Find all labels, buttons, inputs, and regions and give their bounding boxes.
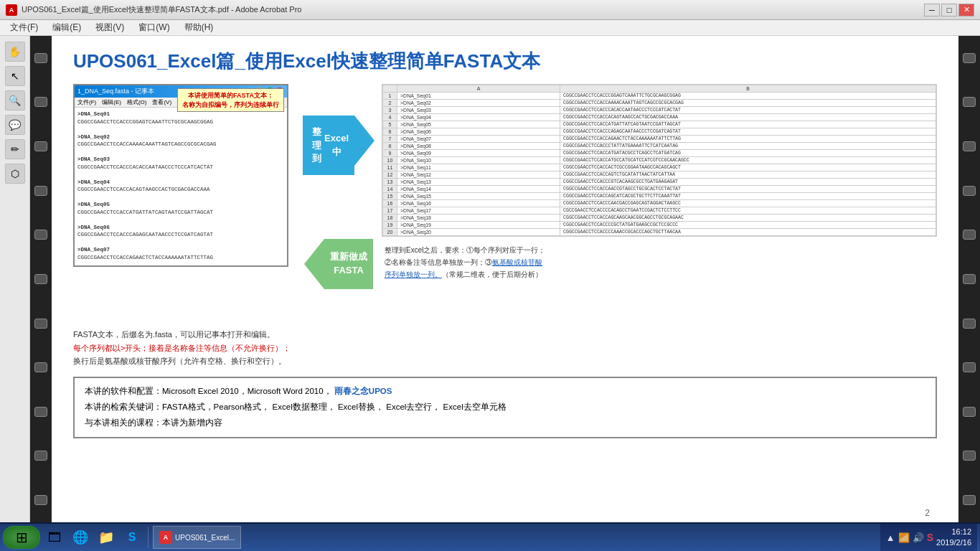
table-row: 14 >DNA_Seq14 CGGCCGAACCTCCACCAACCGTAGCC… <box>383 186 936 193</box>
minimize-button[interactable]: ─ <box>924 4 940 17</box>
tray-arrow[interactable]: ▲ <box>886 532 895 543</box>
film-hole <box>963 451 976 461</box>
middle-arrows: 整理到 Excel中 重新做成 FASTA <box>303 84 374 321</box>
seq-data-cell: CGCCGAACCTCCACCCCACAGCCTGAATCCGACTCTCCTT… <box>560 207 936 215</box>
right-desc-line1: 整理到Excel之后，要求：①每个序列对应于一行； <box>385 246 545 254</box>
taskbar-app-acrobat[interactable]: A UPOS061_Excel... <box>153 526 241 549</box>
film-hole <box>963 319 976 329</box>
taskbar-browser[interactable]: 🌐 <box>69 526 92 549</box>
desc-line3: 换行后是氨基酸或核苷酸序列（允许有空格、换行和空行）。 <box>73 357 286 365</box>
notepad-menu-view[interactable]: 查看(V) <box>152 98 171 106</box>
menu-window[interactable]: 窗口(W) <box>131 20 176 35</box>
taskbar-app-label: UPOS061_Excel... <box>175 534 235 542</box>
row-num: 19 <box>383 222 397 229</box>
system-tray: ▲ 📶 🔊 S 16:12 2019/2/16 <box>880 524 977 551</box>
film-hole <box>963 362 976 372</box>
notepad-seq: CGGCCGAACCTCCACCATGATTATCAGTAATCCGATTAGC… <box>77 209 284 217</box>
menu-file[interactable]: 文件(F) <box>3 20 45 35</box>
menu-help[interactable]: 帮助(H) <box>177 20 221 35</box>
table-row: 16 >DNA_Seq16 CGGCCGAACCTCCACCCAACGACCGA… <box>383 200 936 207</box>
desc-line2: 每个序列都以>开头；接着是名称备注等信息（不允许换行）； <box>73 344 291 352</box>
notepad-content: >DNA_Seq01 CGGCCGAACCTCCACCCGGAGTCAAATTC… <box>75 108 287 265</box>
slide-inner: UPOS061_Excel篇_使用Excel快速整理简单FASTA文本 1_DN… <box>52 36 958 522</box>
right-desc: 整理到Excel之后，要求：①每个序列对应于一行； ②名称备注等信息单独放一列；… <box>382 241 937 283</box>
film-hole <box>34 97 47 107</box>
notepad-window: 1_DNA_Seq.fasta - 记事本 ─ □ ✕ 文件(F) 编辑(E) <box>73 84 288 267</box>
tool-stamp[interactable]: ⬡ <box>5 164 25 184</box>
tray-network[interactable]: 📶 <box>898 532 910 543</box>
film-hole <box>34 186 47 196</box>
tool-select[interactable]: ↖ <box>5 66 25 86</box>
tray-volume[interactable]: 🔊 <box>913 532 924 543</box>
close-button[interactable]: ✕ <box>958 4 974 17</box>
tool-hand[interactable]: ✋ <box>5 42 25 62</box>
notepad-menu-format[interactable]: 格式(O) <box>127 98 147 106</box>
seq-name-cell: >DNA_Seq11 <box>397 164 560 171</box>
menu-bar: 文件(F) 编辑(E) 视图(V) 窗口(W) 帮助(H) <box>0 20 980 36</box>
notepad-menu-edit[interactable]: 编辑(E) <box>102 98 121 106</box>
seq-name-cell: >DNA_Seq20 <box>397 229 560 236</box>
row-num: 13 <box>383 179 397 186</box>
table-row: 12 >DNA_Seq12 CGGCCGAACCTCCACCAGTCTGCATA… <box>383 171 936 179</box>
taskbar-show-desktop[interactable]: 🗔 <box>43 526 66 549</box>
table-row: 20 >DNA_Seq20 CGGCCGAACCTCCACCCCAAACCGCA… <box>383 229 936 236</box>
table-row: 4 >DNA_Seq04 CGGCCGAACCTCCACCACAGTAAGCCA… <box>383 114 936 121</box>
right-desc-line2: ②名称备注等信息单独放一列；③氨基酸或核苷酸 <box>385 258 542 266</box>
slide: UPOS061_Excel篇_使用Excel快速整理简单FASTA文本 1_DN… <box>52 36 958 522</box>
tray-clock[interactable]: 16:12 2019/2/16 <box>936 527 971 549</box>
seq-name-cell: >DNA_Seq17 <box>397 207 560 215</box>
bottom-keywords: 本讲的检索关键词：FASTA格式，Pearson格式， Excel数据整理， E… <box>85 400 925 415</box>
tool-edit[interactable]: ✏ <box>5 139 25 159</box>
film-hole <box>963 495 976 505</box>
table-row: 3 >DNA_Seq03 CGGCCGAACCTCCACCCACACCAATAA… <box>383 107 936 114</box>
main-area: ✋ ↖ 🔍 💬 ✏ ⬡ UPOS061_Excel篇_使用Exc <box>0 36 980 522</box>
right-desc-line3: 序列单独放一列。（常规二维表，便于后期分析） <box>385 270 542 278</box>
start-button[interactable]: ⊞ <box>3 526 40 549</box>
notepad-seq-name: >DNA_Seq06 <box>77 224 284 232</box>
seq-data-cell: CGGCCGAACCTCCACCATGCCATGCATCCATCGTCCGCAA… <box>560 157 936 164</box>
arrow-left-point <box>304 239 324 289</box>
seq-name-cell: >DNA_Seq04 <box>397 114 560 121</box>
seq-name-cell: >DNA_Seq09 <box>397 150 560 157</box>
row-num: 1 <box>383 93 397 100</box>
tool-zoom[interactable]: 🔍 <box>5 90 25 110</box>
col-header-empty <box>383 85 397 93</box>
film-hole <box>963 141 976 151</box>
arrow-to-fasta-label: 重新做成 FASTA <box>324 239 373 289</box>
row-num: 2 <box>383 100 397 107</box>
notepad-label-line1: 本讲使用简单的FASTA文本： <box>182 91 279 100</box>
film-hole <box>963 407 976 417</box>
maximize-button[interactable]: □ <box>941 4 957 17</box>
notepad-seq: CGGCCGAACCTCCACCAGAACTCTACCAAAAAATATTCTT… <box>77 254 284 262</box>
seq-data-cell: CGGCCGAACCTCCACCCCGCTATGATGAAGCCGCTCCGCC… <box>560 222 936 229</box>
tray-antivirus[interactable]: S <box>927 532 933 543</box>
film-hole <box>963 230 976 240</box>
table-row: 8 >DNA_Seq08 CGGCCGAACCTCCACCCTATTATGAAA… <box>383 143 936 150</box>
taskbar-folder[interactable]: 📁 <box>95 526 118 549</box>
arrow-to-excel: 整理到 Excel中 <box>303 116 374 175</box>
menu-edit[interactable]: 编辑(E) <box>45 20 88 35</box>
title-bar: A UPOS061_Excel篇_使用Excel快速整理简单FASTA文本.pd… <box>0 0 980 20</box>
notepad-seq-name: >DNA_Seq02 <box>77 133 284 141</box>
seq-data-cell: CGGCCGAACCTCCACCCAACGACCGAGCAGTAGGACTAAG… <box>560 200 936 207</box>
taskbar-divider <box>148 527 149 548</box>
table-row: 9 >DNA_Seq09 CGGCCGAACCTCCACCATGATACGCCT… <box>383 150 936 157</box>
notepad-menu-file[interactable]: 文件(F) <box>77 98 96 106</box>
notepad-seq: CGGCCGAACCTCCACCCAGAGCAATAACCCTCCGATCAGT… <box>77 231 284 239</box>
row-num: 3 <box>383 107 397 114</box>
row-num: 11 <box>383 164 397 171</box>
seq-name-cell: >DNA_Seq01 <box>397 93 560 100</box>
seq-name-cell: >DNA_Seq08 <box>397 143 560 150</box>
film-hole <box>963 274 976 284</box>
tool-comment[interactable]: 💬 <box>5 115 25 135</box>
notepad-seq-name: >DNA_Seq03 <box>77 156 284 164</box>
bottom-software: 本讲的软件和配置：Microsoft Excel 2010，Microsoft … <box>85 384 925 400</box>
film-hole <box>963 186 976 196</box>
film-hole <box>963 97 976 107</box>
seq-data-cell: CGGCCGAACCTCCACCCCAAACCGCACCCAGCTGCTTAAC… <box>560 229 936 236</box>
seq-name-cell: >DNA_Seq02 <box>397 100 560 107</box>
excel-table: A B 1 >DNA_Seq01 CGGCCGAACCTCCACCCGGAGTC… <box>382 85 936 236</box>
seq-name-cell: >DNA_Seq06 <box>397 128 560 136</box>
taskbar-sogou[interactable]: S <box>121 526 143 549</box>
menu-view[interactable]: 视图(V) <box>88 20 131 35</box>
